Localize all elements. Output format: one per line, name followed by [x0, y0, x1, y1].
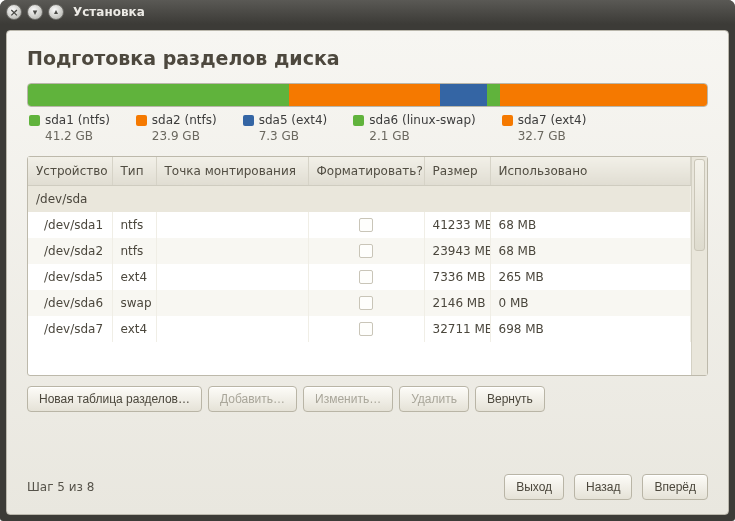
- table-row[interactable]: /dev/sda5ext47336 MB265 MB: [28, 264, 691, 290]
- quit-button[interactable]: Выход: [504, 474, 564, 500]
- legend-item: sda6 (linux-swap)2.1 GB: [353, 113, 475, 144]
- format-checkbox[interactable]: [359, 296, 373, 310]
- scrollbar-thumb[interactable]: [694, 159, 705, 251]
- legend-swatch: [502, 115, 513, 126]
- legend-item: sda7 (ext4)32.7 GB: [502, 113, 587, 144]
- legend-swatch: [136, 115, 147, 126]
- step-indicator: Шаг 5 из 8: [27, 480, 94, 494]
- table-row[interactable]: /dev/sda2ntfs23943 MB68 MB: [28, 238, 691, 264]
- legend-item: sda1 (ntfs)41.2 GB: [29, 113, 110, 144]
- table-header-row: Устройство Тип Точка монтирования Формат…: [28, 157, 691, 186]
- legend-size: 23.9 GB: [152, 129, 217, 145]
- legend-label: sda5 (ext4): [259, 113, 328, 129]
- disk-segment: [440, 84, 486, 106]
- legend-swatch: [353, 115, 364, 126]
- col-used[interactable]: Использовано: [490, 157, 691, 186]
- add-button: Добавить…: [208, 386, 297, 412]
- forward-button[interactable]: Вперёд: [642, 474, 708, 500]
- maximize-icon[interactable]: ▴: [48, 4, 64, 20]
- back-button[interactable]: Назад: [574, 474, 632, 500]
- partition-toolbar: Новая таблица разделов… Добавить… Измени…: [27, 386, 708, 412]
- col-mount[interactable]: Точка монтирования: [156, 157, 308, 186]
- legend-swatch: [243, 115, 254, 126]
- disk-segment: [289, 84, 440, 106]
- col-type[interactable]: Тип: [112, 157, 156, 186]
- page-title: Подготовка разделов диска: [27, 47, 708, 69]
- titlebar[interactable]: × ▾ ▴ Установка: [0, 0, 735, 24]
- format-checkbox[interactable]: [359, 322, 373, 336]
- legend-swatch: [29, 115, 40, 126]
- installer-window: × ▾ ▴ Установка Подготовка разделов диск…: [0, 0, 735, 521]
- legend-item: sda5 (ext4)7.3 GB: [243, 113, 328, 144]
- disk-usage-bar: [27, 83, 708, 107]
- col-format[interactable]: Форматировать?: [308, 157, 424, 186]
- table-row[interactable]: /dev/sda6swap2146 MB0 MB: [28, 290, 691, 316]
- legend-item: sda2 (ntfs)23.9 GB: [136, 113, 217, 144]
- client-area: Подготовка разделов диска sda1 (ntfs)41.…: [6, 30, 729, 515]
- legend-size: 41.2 GB: [45, 129, 110, 145]
- revert-button[interactable]: Вернуть: [475, 386, 545, 412]
- legend-size: 32.7 GB: [518, 129, 587, 145]
- table-row[interactable]: /dev/sda1ntfs41233 MB68 MB: [28, 212, 691, 238]
- legend-label: sda2 (ntfs): [152, 113, 217, 129]
- legend-size: 7.3 GB: [259, 129, 328, 145]
- disk-segment: [500, 84, 707, 106]
- table-row[interactable]: /dev/sda7ext432711 MB698 MB: [28, 316, 691, 342]
- col-device[interactable]: Устройство: [28, 157, 112, 186]
- close-icon[interactable]: ×: [6, 4, 22, 20]
- partition-table: Устройство Тип Точка монтирования Формат…: [27, 156, 708, 376]
- col-size[interactable]: Размер: [424, 157, 490, 186]
- format-checkbox[interactable]: [359, 270, 373, 284]
- change-button: Изменить…: [303, 386, 393, 412]
- scrollbar[interactable]: [691, 157, 707, 375]
- disk-legend: sda1 (ntfs)41.2 GBsda2 (ntfs)23.9 GBsda5…: [27, 107, 708, 156]
- format-checkbox[interactable]: [359, 244, 373, 258]
- minimize-icon[interactable]: ▾: [27, 4, 43, 20]
- new-partition-table-button[interactable]: Новая таблица разделов…: [27, 386, 202, 412]
- disk-segment: [28, 84, 289, 106]
- disk-segment: [487, 84, 500, 106]
- legend-size: 2.1 GB: [369, 129, 475, 145]
- window-title: Установка: [73, 5, 145, 19]
- table-row[interactable]: /dev/sda: [28, 186, 691, 213]
- format-checkbox[interactable]: [359, 218, 373, 232]
- delete-button: Удалить: [399, 386, 469, 412]
- footer: Шаг 5 из 8 Выход Назад Вперёд: [27, 474, 708, 500]
- legend-label: sda6 (linux-swap): [369, 113, 475, 129]
- legend-label: sda7 (ext4): [518, 113, 587, 129]
- legend-label: sda1 (ntfs): [45, 113, 110, 129]
